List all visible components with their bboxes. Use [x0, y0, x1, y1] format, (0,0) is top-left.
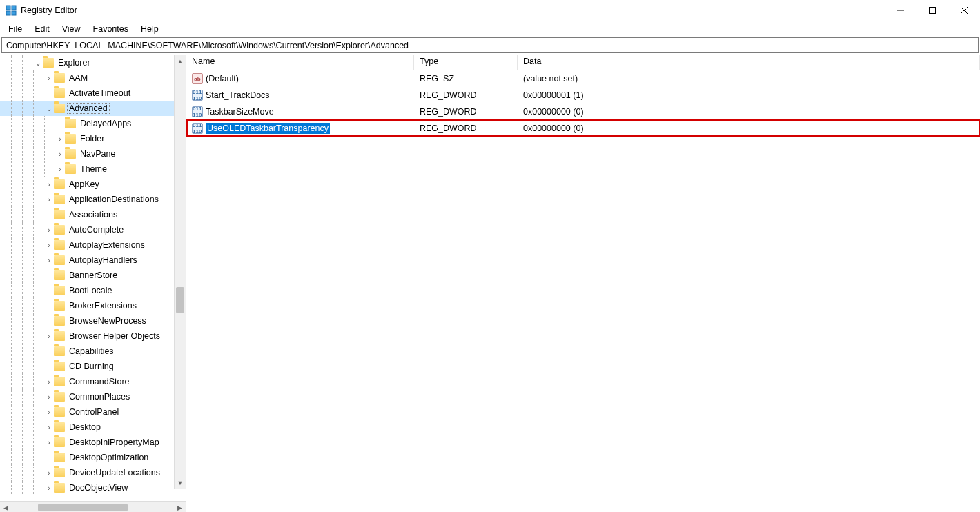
- close-button[interactable]: [948, 0, 980, 21]
- tree-horizontal-scrollbar[interactable]: ◀ ▶: [0, 501, 186, 512]
- tree-item-label: AutoplayHandlers: [68, 255, 139, 265]
- registry-tree[interactable]: ⌄Explorer›AAMActivateTimeout⌄AdvancedDel…: [0, 55, 186, 495]
- tree-item[interactable]: ⌄Explorer: [0, 55, 186, 70]
- tree-item[interactable]: Capabilities: [0, 344, 186, 359]
- menu-favorites[interactable]: Favorites: [88, 23, 134, 35]
- tree-item[interactable]: DesktopOptimization: [0, 450, 186, 465]
- menu-file[interactable]: File: [3, 23, 28, 35]
- chevron-right-icon[interactable]: ›: [44, 393, 54, 401]
- chevron-right-icon[interactable]: ›: [44, 242, 54, 249]
- tree-item[interactable]: ›CommonPlaces: [0, 389, 186, 404]
- tree-item[interactable]: ›ControlPanel: [0, 404, 186, 420]
- address-text: Computer\HKEY_LOCAL_MACHINE\SOFTWARE\Mic…: [6, 41, 409, 50]
- tree-vertical-scrollbar[interactable]: ▲ ▼: [174, 55, 186, 489]
- tree-item-label: ApplicationDestinations: [68, 195, 160, 204]
- regedit-icon: [6, 5, 17, 16]
- column-header-type[interactable]: Type: [414, 55, 518, 70]
- window-title: Registry Editor: [21, 6, 77, 15]
- minimize-button[interactable]: [885, 0, 917, 21]
- title-bar: Registry Editor: [0, 0, 980, 21]
- scrollbar-thumb[interactable]: [176, 287, 184, 313]
- chevron-down-icon[interactable]: ⌄: [44, 105, 54, 112]
- values-list[interactable]: ab(Default)REG_SZ(value not set)011 110S…: [186, 70, 980, 512]
- tree-item[interactable]: ›AutoplayHandlers: [0, 253, 186, 268]
- folder-icon: [54, 301, 65, 311]
- tree-item[interactable]: ›AutoplayExtensions: [0, 237, 186, 253]
- chevron-right-icon[interactable]: ›: [44, 226, 54, 234]
- menu-edit[interactable]: Edit: [29, 23, 55, 35]
- tree-item[interactable]: ›AAM: [0, 70, 186, 86]
- folder-icon: [65, 149, 76, 159]
- tree-item-label: ActivateTimeout: [68, 88, 132, 98]
- tree-item-label: Advanced: [68, 104, 109, 113]
- maximize-button[interactable]: [917, 0, 948, 21]
- tree-item[interactable]: ›NavPane: [0, 146, 186, 161]
- folder-icon: [54, 346, 65, 356]
- scroll-right-icon[interactable]: ▶: [174, 502, 186, 512]
- tree-item[interactable]: ›ApplicationDestinations: [0, 192, 186, 207]
- value-row[interactable]: 011 110TaskbarSizeMoveREG_DWORD0x0000000…: [186, 104, 980, 120]
- value-row[interactable]: 011 110Start_TrackDocsREG_DWORD0x0000000…: [186, 87, 980, 104]
- tree-item-label: DesktopOptimization: [68, 453, 150, 462]
- chevron-right-icon[interactable]: ›: [44, 75, 54, 82]
- menu-view[interactable]: View: [57, 23, 86, 35]
- folder-icon: [54, 195, 65, 204]
- chevron-right-icon[interactable]: ›: [55, 166, 65, 173]
- tree-item[interactable]: BrowseNewProcess: [0, 313, 186, 328]
- chevron-down-icon[interactable]: ⌄: [33, 59, 43, 67]
- column-header-data[interactable]: Data: [518, 55, 980, 70]
- folder-icon: [65, 119, 76, 128]
- tree-item[interactable]: ›DesktopIniPropertyMap: [0, 435, 186, 450]
- folder-icon: [54, 422, 65, 432]
- string-value-icon: ab: [192, 73, 203, 84]
- tree-item[interactable]: ›Theme: [0, 161, 186, 177]
- value-row[interactable]: ab(Default)REG_SZ(value not set): [186, 70, 980, 87]
- tree-item-label: DesktopIniPropertyMap: [68, 437, 161, 447]
- column-header-name[interactable]: Name: [186, 55, 414, 70]
- tree-item[interactable]: BrokerExtensions: [0, 298, 186, 313]
- chevron-right-icon[interactable]: ›: [44, 424, 54, 431]
- tree-item[interactable]: BannerStore: [0, 268, 186, 283]
- tree-item[interactable]: ›DeviceUpdateLocations: [0, 465, 186, 480]
- svg-rect-2: [6, 11, 10, 15]
- tree-item[interactable]: BootLocale: [0, 283, 186, 298]
- tree-item-label: CommandStore: [68, 377, 131, 386]
- folder-icon: [54, 286, 65, 295]
- scroll-down-icon[interactable]: ▼: [175, 477, 186, 489]
- value-row[interactable]: 011 110UseOLEDTaskbarTransparencyREG_DWO…: [186, 120, 980, 137]
- chevron-right-icon[interactable]: ›: [44, 408, 54, 416]
- chevron-right-icon[interactable]: ›: [44, 181, 54, 188]
- tree-item[interactable]: ›DocObjectView: [0, 480, 186, 495]
- tree-item-label: AppKey: [68, 179, 101, 189]
- chevron-right-icon[interactable]: ›: [44, 378, 54, 386]
- tree-item[interactable]: DelayedApps: [0, 116, 186, 131]
- chevron-right-icon[interactable]: ›: [44, 439, 54, 446]
- scroll-left-icon[interactable]: ◀: [0, 502, 12, 512]
- tree-item[interactable]: CD Burning: [0, 359, 186, 374]
- tree-item[interactable]: ›Desktop: [0, 420, 186, 435]
- chevron-right-icon[interactable]: ›: [44, 469, 54, 477]
- tree-item[interactable]: ›AutoComplete: [0, 222, 186, 237]
- chevron-right-icon[interactable]: ›: [55, 135, 65, 143]
- tree-item[interactable]: ›CommandStore: [0, 374, 186, 389]
- values-pane: Name Type Data ab(Default)REG_SZ(value n…: [186, 55, 980, 512]
- scrollbar-thumb[interactable]: [38, 504, 128, 511]
- chevron-right-icon[interactable]: ›: [44, 484, 54, 492]
- tree-item[interactable]: Associations: [0, 207, 186, 222]
- chevron-right-icon[interactable]: ›: [44, 257, 54, 264]
- chevron-right-icon[interactable]: ›: [55, 150, 65, 158]
- value-type: REG_DWORD: [414, 90, 518, 100]
- folder-icon: [54, 270, 65, 280]
- address-bar[interactable]: Computer\HKEY_LOCAL_MACHINE\SOFTWARE\Mic…: [1, 37, 979, 53]
- tree-item[interactable]: ⌄Advanced: [0, 101, 186, 116]
- chevron-right-icon[interactable]: ›: [44, 333, 54, 340]
- tree-item[interactable]: ›Browser Helper Objects: [0, 328, 186, 344]
- tree-item[interactable]: ›AppKey: [0, 177, 186, 192]
- scroll-up-icon[interactable]: ▲: [175, 55, 186, 67]
- chevron-right-icon[interactable]: ›: [44, 196, 54, 204]
- tree-item-label: BrokerExtensions: [68, 301, 138, 311]
- tree-item[interactable]: ActivateTimeout: [0, 86, 186, 101]
- menu-help[interactable]: Help: [135, 23, 164, 35]
- tree-item[interactable]: ›Folder: [0, 131, 186, 146]
- value-type: REG_SZ: [414, 74, 518, 83]
